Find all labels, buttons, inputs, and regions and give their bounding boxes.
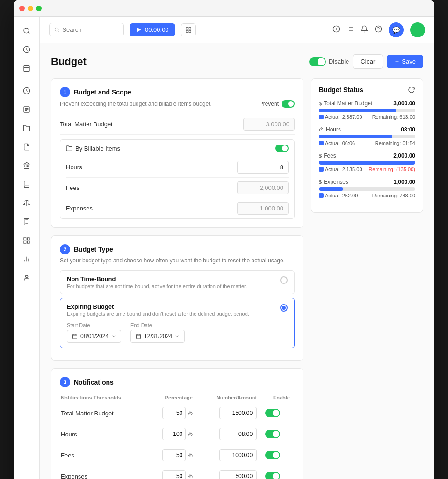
list-icon[interactable] — [347, 25, 354, 35]
sidebar-item-clock[interactable] — [18, 82, 35, 99]
total-matter-budget-input[interactable] — [243, 118, 295, 131]
add-icon[interactable] — [332, 25, 340, 35]
sidebar-item-calculator[interactable] — [18, 213, 35, 230]
expenses-row: Expenses — [66, 198, 289, 218]
svg-rect-42 — [189, 30, 191, 32]
help-icon[interactable] — [375, 25, 382, 35]
notif-row-label: Hours — [61, 424, 145, 444]
sidebar-item-calendar[interactable] — [18, 60, 35, 77]
search-input[interactable] — [62, 26, 119, 33]
notif-amount-input[interactable] — [219, 449, 257, 461]
notif-amount-input[interactable] — [219, 470, 257, 479]
notif-toggle[interactable] — [265, 409, 280, 417]
budget-status-section: $ Total Matter Budget 3,000.00 Actual: 2… — [319, 100, 415, 120]
non-time-bound-radio[interactable] — [280, 276, 288, 284]
sidebar-item-grid[interactable] — [18, 232, 35, 249]
svg-marker-17 — [24, 162, 29, 164]
save-button[interactable]: Save — [387, 55, 423, 68]
close-dot[interactable] — [19, 6, 25, 11]
actual-value: Actual: 2,135.00 — [319, 167, 362, 172]
sidebar-item-bank[interactable] — [18, 157, 35, 174]
bell-icon[interactable] — [361, 25, 368, 35]
sidebar-item-history[interactable] — [18, 41, 35, 58]
billable-items-body: Hours Fees Expenses — [60, 157, 294, 218]
notif-toggle[interactable] — [265, 430, 280, 438]
notif-enable-cell — [261, 403, 294, 423]
non-time-bound-option[interactable]: Non Time-Bound For budgets that are not … — [60, 270, 295, 294]
sidebar-item-books[interactable] — [18, 176, 35, 193]
page-title: Budget — [51, 56, 87, 68]
notif-pct-input[interactable] — [162, 470, 186, 479]
remaining-value: Remaining: 748.00 — [372, 193, 415, 198]
notif-row-label: Fees — [61, 445, 145, 465]
notifications-thead: Notifications Thresholds Percentage Numb… — [61, 393, 294, 402]
disable-toggle[interactable] — [309, 57, 326, 66]
notif-amount-input[interactable] — [219, 407, 257, 419]
play-icon — [136, 27, 142, 33]
sidebar-item-folder[interactable] — [18, 120, 35, 137]
svg-marker-38 — [137, 28, 141, 32]
disable-label: Disable — [329, 58, 349, 65]
notif-amount-cell — [197, 445, 260, 465]
step-3-badge: 3 — [60, 377, 70, 387]
refresh-icon[interactable] — [408, 86, 415, 94]
maximize-dot[interactable] — [36, 6, 42, 11]
search-icon — [54, 27, 59, 33]
svg-line-1 — [28, 32, 29, 34]
sidebar-item-notes[interactable] — [18, 138, 35, 155]
calendar-end-icon — [136, 334, 141, 339]
notif-amount-input[interactable] — [219, 428, 257, 440]
non-time-bound-text: Non Time-Bound For budgets that are not … — [67, 276, 247, 289]
svg-rect-31 — [27, 241, 29, 243]
start-date-input[interactable]: 08/01/2024 — [67, 330, 121, 343]
sidebar-item-search[interactable] — [18, 22, 35, 39]
status-sub: Actual: 2,387.00 Remaining: 613.00 — [319, 114, 415, 120]
prevent-row: Prevent — [260, 100, 295, 108]
status-sub: Actual: 06:06 Remaining: 01:54 — [319, 140, 415, 146]
total-matter-budget-label: Total Matter Budget — [60, 121, 113, 128]
chat-avatar[interactable]: 💬 — [389, 22, 404, 37]
notif-pct-cell: % — [146, 403, 196, 423]
hours-row: Hours — [66, 157, 289, 178]
sidebar-item-user[interactable] — [18, 269, 35, 286]
billable-items-header: By Billable Items — [60, 140, 294, 157]
timer-button[interactable]: 00:00:00 — [130, 23, 175, 36]
search-box[interactable] — [49, 23, 124, 36]
expenses-input[interactable] — [237, 202, 289, 215]
grid-view-button[interactable] — [181, 23, 196, 36]
remaining-value: Remaining: 01:54 — [375, 140, 415, 146]
budget-type-header: 2 Budget Type — [60, 244, 295, 254]
hours-input[interactable] — [237, 161, 289, 174]
svg-rect-28 — [24, 238, 26, 240]
notif-pct-input[interactable] — [162, 407, 186, 419]
sidebar-item-chart[interactable] — [18, 251, 35, 268]
prevent-label: Prevent — [260, 101, 279, 107]
billable-items-toggle[interactable] — [275, 145, 289, 152]
expiring-label: Expiring Budget — [67, 303, 249, 310]
budget-scope-title: Budget and Scope — [74, 88, 131, 96]
end-date-input[interactable]: 12/31/2024 — [130, 330, 185, 343]
progress-fill — [319, 135, 392, 138]
fees-input[interactable] — [237, 181, 289, 194]
notif-toggle[interactable] — [265, 451, 280, 459]
sidebar-item-scales[interactable] — [18, 195, 35, 211]
prevent-toggle[interactable] — [282, 100, 295, 108]
notif-pct-sign: % — [188, 473, 193, 479]
clear-button[interactable]: Clear — [353, 54, 383, 69]
expiring-radio[interactable] — [280, 304, 288, 312]
notif-pct-input[interactable] — [162, 428, 186, 440]
minimize-dot[interactable] — [28, 6, 33, 11]
budget-type-title: Budget Type — [74, 246, 113, 253]
notif-row-label: Total Matter Budget — [61, 403, 145, 423]
expenses-label: Expenses — [66, 205, 93, 212]
progress-bar — [319, 109, 415, 112]
notif-toggle[interactable] — [265, 472, 280, 479]
notifications-tbody: Total Matter Budget % Hours % — [61, 403, 294, 479]
notif-pct-cell: % — [146, 424, 196, 444]
user-avatar[interactable] — [410, 22, 425, 37]
notif-pct-input[interactable] — [162, 449, 186, 461]
expiring-budget-option[interactable]: Expiring Budget Expiring budgets are tim… — [60, 298, 295, 348]
sidebar-item-document[interactable] — [18, 101, 35, 118]
budget-status-section: $ Fees 2,000.00 Actual: 2,135.00 Remaini… — [319, 152, 415, 172]
actual-value: Actual: 2,387.00 — [319, 114, 362, 120]
